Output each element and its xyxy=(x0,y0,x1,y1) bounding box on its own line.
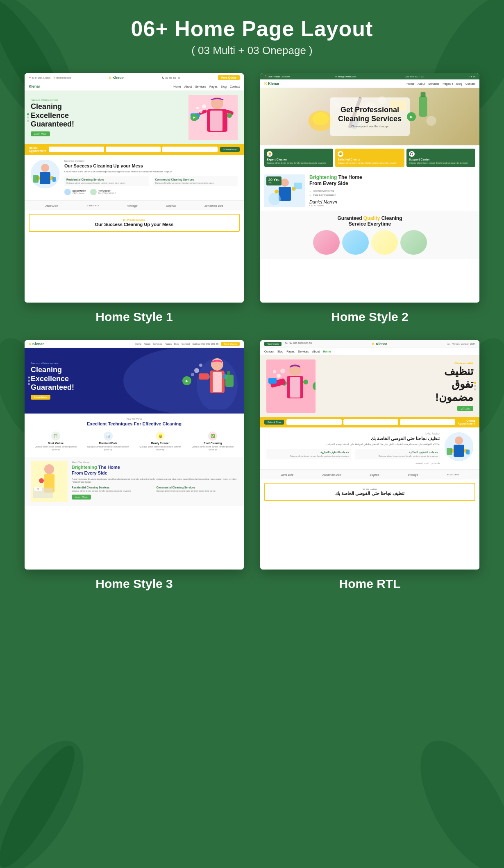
hrtl-nav-services[interactable]: Services xyxy=(298,350,309,353)
hs3-nav-services[interactable]: Services xyxy=(153,343,162,345)
hs3-tech-card-2-text: Quisque alimet lorem consec Ilenafer por… xyxy=(85,445,131,451)
hs1-appt-service[interactable] xyxy=(162,147,218,152)
hs2-nav-home[interactable]: Home xyxy=(406,82,414,85)
hs3-nav-pages[interactable]: Pages xyxy=(165,343,172,345)
hs1-nav-about[interactable]: About xyxy=(184,85,192,88)
hs3-learn-more-btn[interactable]: Learn More xyxy=(72,495,91,500)
hs1-success-image xyxy=(31,160,59,188)
hs3-nav-home[interactable]: Home xyxy=(135,343,141,345)
svg-point-36 xyxy=(427,116,436,126)
hs3-dot-3 xyxy=(28,383,30,385)
hs2-bright-image: 20 Yrs Yrs xyxy=(264,174,305,207)
hs2-nav-pages[interactable]: Pages 4 xyxy=(443,82,453,85)
hs3-tech-icon-1: 📋 xyxy=(51,432,60,441)
hs2-quality-title: Guranteed Quality CleaningService Everyt… xyxy=(264,215,475,227)
hs2-bright-content: Brightening The HomeFrom Every Side Serv… xyxy=(309,174,475,207)
hs1-avatar-2 xyxy=(90,189,97,195)
hrtl-banner-title: تنظيف نجاحنا حتى الفوضى الخاصة بك xyxy=(269,491,470,496)
hs2-feature-title-1: Expert Cleaner xyxy=(267,158,331,161)
hs1-appt-submit-btn[interactable]: Submit Now xyxy=(220,147,240,152)
hrtl-hero-image: ▶ xyxy=(266,359,316,413)
hs2-topbar: 📍 Our Pickup Location ✉ info@klenar.com … xyxy=(260,73,479,79)
hs2-feature-cards: 👷 Expert Cleaner Quisque alimet lorem co… xyxy=(260,145,479,170)
hs2-email-top: ✉ info@klenar.com xyxy=(335,75,356,78)
hs1-service-2-title: Commercial Cleaning Services xyxy=(155,178,236,181)
hs1-nav-pages[interactable]: Pages xyxy=(209,85,218,88)
hs1-appt-phone[interactable] xyxy=(106,147,161,152)
hs2-instagram-icon[interactable]: in xyxy=(473,75,475,78)
hs3-scroll-dots xyxy=(28,377,30,385)
hs3-nav-contact[interactable]: Contact xyxy=(182,343,190,345)
hs1-appt-name[interactable] xyxy=(49,147,104,152)
hs3-call-label: Call us: 000 000 000-55 xyxy=(193,343,219,345)
hs1-nav-home[interactable]: Home xyxy=(173,85,181,88)
hs3-service-sm-2-title: Commercial Cleaning Services xyxy=(157,486,238,489)
svg-point-73 xyxy=(277,374,281,378)
page-subtitle: ( 03 Multi + 03 Onepage ) xyxy=(25,44,479,57)
home-rtl-label: Home RTL xyxy=(339,577,401,591)
svg-rect-54 xyxy=(199,373,209,380)
hs3-nav-blog[interactable]: Blog xyxy=(174,343,179,345)
hs3-bright-section: About The Klenar... Brightening The Home… xyxy=(25,457,244,506)
hrtl-appt-2[interactable] xyxy=(343,419,399,425)
hs1-address: 📍 29-B Fulton, London xyxy=(29,77,50,79)
hrtl-appt-submit-btn[interactable]: Submit Now xyxy=(264,420,284,425)
style-1-label: Home Style 1 xyxy=(95,310,173,324)
hrtl-nav-blog[interactable]: Blog xyxy=(277,350,283,353)
preview-card-style-3: K Klenar Home About Services Pages Blog … xyxy=(25,340,244,570)
hrtl-hero-badge: تنظيف سريع وفعال xyxy=(320,361,473,364)
hs1-nav-blog[interactable]: Blog xyxy=(221,85,227,88)
hs2-nav-services[interactable]: Services xyxy=(428,82,439,85)
hs1-free-quote-btn[interactable]: Free Quote xyxy=(218,75,240,80)
hs2-facebook-icon[interactable]: f xyxy=(469,75,470,78)
svg-rect-25 xyxy=(33,175,39,183)
hrtl-hero-person-svg xyxy=(266,359,316,413)
hs1-service-2-text: Quisque alimet lorem consec Ilenafer por… xyxy=(155,182,236,185)
svg-point-56 xyxy=(199,364,202,367)
hs1-hero-image: ▶ xyxy=(188,95,238,140)
hs2-quality-img-1 xyxy=(313,230,340,255)
hs1-nav-contact[interactable]: Contact xyxy=(230,85,240,88)
hs1-appt-inputs xyxy=(49,147,217,152)
hrtl-nav-pages[interactable]: Pages xyxy=(286,350,295,353)
hs1-banner: 10+ Provide Services Our Success Cleanin… xyxy=(29,214,240,232)
hs3-tech-card-4-text: Quisque alimet lorem consec Ilenafer por… xyxy=(190,445,236,451)
hs1-avatar-1 xyxy=(64,189,71,195)
svg-point-39 xyxy=(281,179,289,187)
hrtl-nav-contact[interactable]: Contact xyxy=(264,350,274,353)
hs3-learn-more-btn[interactable]: Learn More xyxy=(31,395,50,400)
hs3-service-sm-2: Commercial Cleaning Services Quisque ali… xyxy=(157,486,238,493)
hs2-nav-contact[interactable]: Contact xyxy=(465,82,475,85)
hs2-twitter-icon[interactable]: t xyxy=(471,75,472,78)
hs3-play-btn[interactable]: ▶ xyxy=(182,376,191,385)
hs1-play-btn[interactable]: ▶ xyxy=(191,114,198,121)
hs3-tech-icon-2: 📊 xyxy=(104,432,113,441)
hrtl-tel: Tel No: 000 0000 000-55 xyxy=(285,342,312,346)
hs1-nav-services[interactable]: Services xyxy=(195,85,206,88)
hs3-tech-card-2-title: Received Data xyxy=(85,442,131,445)
hrtl-appt-3[interactable] xyxy=(400,419,455,425)
grid-item-style-3: K Klenar Home About Services Pages Blog … xyxy=(25,340,244,591)
hrtl-brands: Jane Doe Jonathan Doe Sophia Vintage R R… xyxy=(260,469,479,479)
svg-point-57 xyxy=(191,373,194,376)
hs2-nav-blog[interactable]: Blog xyxy=(456,82,462,85)
hrtl-nav-about[interactable]: About xyxy=(312,350,320,353)
hrtl-appt-inputs xyxy=(286,419,455,425)
hs1-learn-more-btn[interactable]: Learn More xyxy=(31,131,50,136)
hs3-free-quote-btn[interactable]: Free Quote xyxy=(221,342,240,346)
hs3-service-sm-1: Residential Cleaning Services Quisque al… xyxy=(72,486,153,493)
hs2-nav-about[interactable]: About xyxy=(418,82,425,85)
hrtl-learn-more-btn[interactable]: تعلم أكثر xyxy=(457,406,473,411)
svg-point-61 xyxy=(39,478,44,483)
hrtl-appt-1[interactable] xyxy=(286,419,342,425)
hs1-phone: 📞 023 456 321 - 33 xyxy=(162,77,180,79)
hs3-nav-about[interactable]: About xyxy=(144,343,150,345)
hrtl-nav-home[interactable]: Home xyxy=(323,350,331,353)
svg-rect-33 xyxy=(421,92,426,97)
svg-point-19 xyxy=(202,104,206,108)
hs2-play-btn[interactable]: ▶ xyxy=(407,112,416,121)
hs3-tech-card-3-text: Quisque alimet lorem consec Ilenafer por… xyxy=(138,445,184,451)
hs2-nav-links: Home About Services Pages 4 Blog Contact xyxy=(406,82,475,85)
svg-point-64 xyxy=(37,488,39,490)
preview-card-style-2: 📍 Our Pickup Location ✉ info@klenar.com … xyxy=(260,73,479,303)
